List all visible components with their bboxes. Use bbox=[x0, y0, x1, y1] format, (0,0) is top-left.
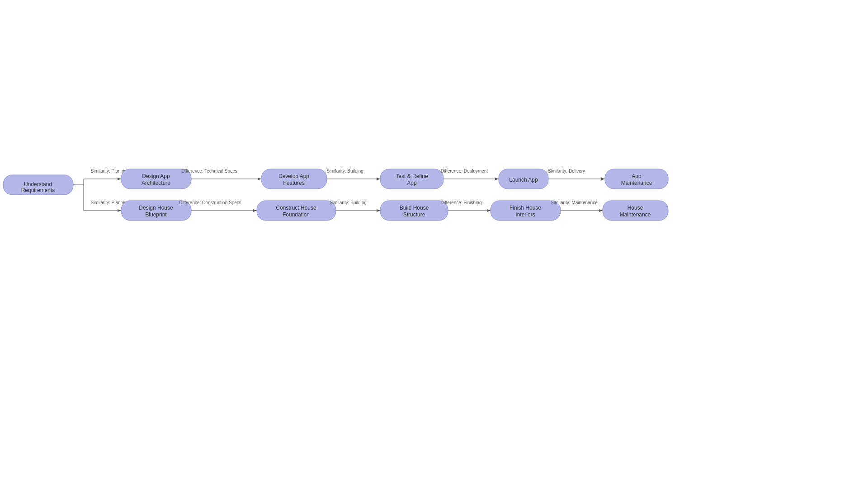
app-edge-label-2: Difference: Technical Specs bbox=[181, 169, 237, 174]
diagram-container: Understand Requirements Similarity: Plan… bbox=[0, 0, 868, 488]
node-house4-label2: Interiors bbox=[515, 211, 535, 218]
house-edge-label-2: Difference: Construction Specs bbox=[179, 200, 241, 205]
node-house3-label2: Structure bbox=[403, 211, 425, 218]
node-house2-label2: Foundation bbox=[283, 211, 310, 218]
node-house1-label: Design House bbox=[139, 205, 173, 211]
node-root-label2: Requirements bbox=[21, 187, 55, 193]
node-house2-label: Construct House bbox=[276, 205, 316, 211]
node-house1-label2: Blueprint bbox=[145, 211, 167, 218]
node-app3-label2: App bbox=[407, 180, 417, 186]
app-edge-label-4: Difference: Deployment bbox=[441, 169, 488, 174]
app-edge-label-3: Similarity: Building bbox=[326, 169, 363, 174]
node-house3-label: Build House bbox=[400, 205, 429, 211]
node-app4-label: Launch App bbox=[509, 177, 538, 183]
node-house5-label2: Maintenance bbox=[620, 211, 651, 218]
node-app1-label: Design App bbox=[142, 173, 170, 179]
node-house5-label: House bbox=[627, 205, 643, 211]
house-edge-label-3: Similarity: Building bbox=[330, 200, 367, 205]
node-app1-label2: Architecture bbox=[142, 180, 170, 186]
node-app3-label: Test & Refine bbox=[396, 173, 428, 179]
house-edge-label-4: Difference: Finishing bbox=[441, 200, 482, 205]
node-app2-label2: Features bbox=[283, 180, 304, 186]
node-app5-label2: Maintenance bbox=[621, 180, 652, 186]
flow-diagram: Understand Requirements Similarity: Plan… bbox=[0, 0, 868, 488]
node-app2-label: Develop App bbox=[278, 173, 309, 179]
node-root-label: Understand bbox=[24, 181, 52, 188]
app-edge-label-5: Similarity: Delivery bbox=[548, 169, 585, 174]
node-house4-label: Finish House bbox=[509, 205, 541, 211]
node-app5-label: App bbox=[632, 173, 642, 179]
house-edge-label-5: Similarity: Maintenance bbox=[551, 200, 598, 205]
